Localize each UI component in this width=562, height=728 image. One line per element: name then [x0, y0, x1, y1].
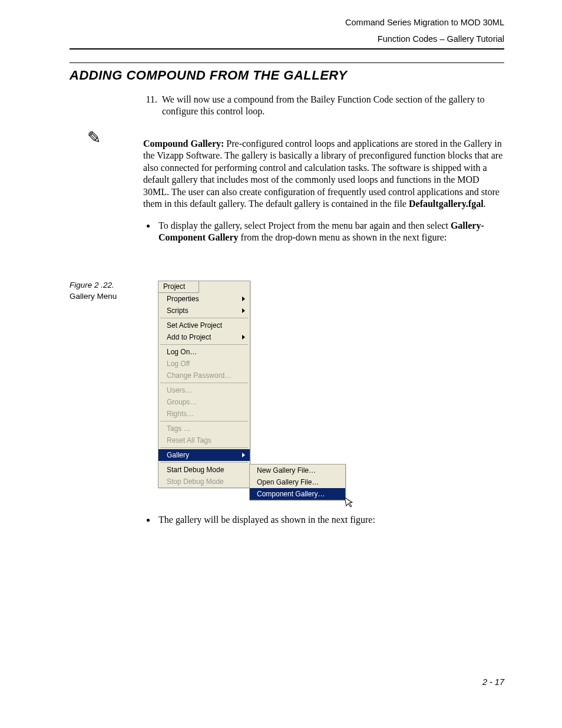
header-line-1: Command Series Migration to MOD 30ML	[70, 18, 504, 27]
note-lead: Compound Gallery:	[143, 139, 224, 149]
mouse-cursor-icon	[344, 495, 356, 510]
menu-item-label: Log On…	[167, 348, 197, 355]
menu-item: Log Off	[158, 358, 250, 370]
menu-item-label: Add to Project	[167, 334, 211, 341]
bullet-gallery-displayed: The gallery will be displayed as shown i…	[156, 514, 504, 526]
menu-item[interactable]: Set Active Project	[158, 319, 250, 331]
submenu-arrow-icon	[242, 297, 245, 301]
menu-item: Tags …	[158, 423, 250, 434]
menu-item-label: Tags …	[167, 425, 191, 432]
section-title: ADDING COMPOUND FROM THE GALLERY	[70, 68, 504, 83]
menu-item-label: Groups…	[167, 398, 197, 406]
menu-item: Reset All Tags	[158, 434, 250, 446]
submenu-arrow-icon	[242, 335, 245, 340]
gallery-submenu: New Gallery File…Open Gallery File…Compo…	[249, 464, 346, 500]
submenu-item[interactable]: Component Gallery…	[250, 488, 345, 500]
menu-item-label: Change Password…	[167, 372, 232, 379]
menu-item-label: Scripts	[167, 307, 189, 314]
menu-separator	[160, 447, 248, 448]
menu-header[interactable]: Project	[158, 281, 199, 293]
page-number: 2 - 17	[482, 677, 504, 687]
bullet-list-2: The gallery will be displayed as shown i…	[143, 514, 504, 526]
menu-item-label: Stop Debug Mode	[167, 478, 224, 485]
bullet1-c: from the drop-down menu as shown in the …	[239, 232, 447, 242]
menu-separator	[160, 383, 248, 383]
menu-item[interactable]: Start Debug Mode	[158, 464, 250, 476]
note-tail: .	[484, 199, 486, 209]
menu-item-label: Rights…	[167, 410, 194, 417]
header-rule	[70, 48, 504, 50]
step-11: We will now use a compound from the Bail…	[160, 94, 504, 118]
menu-item[interactable]: Log On…	[158, 346, 250, 358]
menu-item: Groups…	[158, 396, 250, 408]
submenu-item[interactable]: New Gallery File…	[250, 465, 345, 476]
figure-number: Figure 2 .22.	[70, 281, 143, 289]
bullet-display-gallery: To display the gallery, select Project f…	[156, 220, 504, 244]
menu-separator	[160, 344, 248, 345]
menu-item-label: Log Off	[167, 360, 190, 367]
note-file: Defaultgallery.fgal	[409, 199, 484, 209]
header-line-2: Function Codes – Gallery Tutorial	[70, 34, 504, 44]
menu-item: Rights…	[158, 408, 250, 420]
submenu-arrow-icon	[242, 453, 245, 457]
menu-item[interactable]: Properties	[158, 293, 250, 305]
menu-item[interactable]: Add to Project	[158, 331, 250, 343]
note-icon: ✎	[70, 129, 143, 146]
menu-item-label: Set Active Project	[167, 322, 222, 329]
section-rule	[70, 62, 504, 63]
menu-item: Change Password…	[158, 370, 250, 381]
submenu-item[interactable]: Open Gallery File…	[250, 476, 345, 488]
numbered-list: We will now use a compound from the Bail…	[143, 94, 504, 118]
menu-item: Stop Debug Mode	[158, 476, 250, 487]
menu-separator	[160, 318, 248, 318]
menu-item-label: Properties	[167, 295, 199, 302]
menu-separator	[160, 421, 248, 421]
menu-separator	[160, 462, 248, 463]
menu-item-label: Users…	[167, 387, 192, 394]
menu-item-label: Reset All Tags	[167, 437, 211, 444]
bullet1-a: To display the gallery, select Project f…	[158, 220, 451, 230]
page-header: Command Series Migration to MOD 30ML Fun…	[70, 18, 504, 44]
menu-item: Users…	[158, 384, 250, 396]
project-menu: Project PropertiesScriptsSet Active Proj…	[158, 281, 250, 488]
figure-caption: Figure 2 .22. Gallery Menu	[70, 281, 143, 301]
menu-item-label: Gallery	[167, 452, 189, 459]
submenu-arrow-icon	[242, 308, 245, 313]
compound-gallery-note: Compound Gallery: Pre-configured control…	[143, 138, 504, 210]
figure-title: Gallery Menu	[70, 292, 117, 301]
bullet-list-1: To display the gallery, select Project f…	[143, 220, 504, 244]
menu-item[interactable]: Scripts	[158, 305, 250, 317]
menu-item-label: Start Debug Mode	[167, 466, 224, 473]
project-menu-screenshot: Project PropertiesScriptsSet Active Proj…	[158, 281, 361, 488]
menu-item[interactable]: Gallery	[158, 449, 250, 461]
